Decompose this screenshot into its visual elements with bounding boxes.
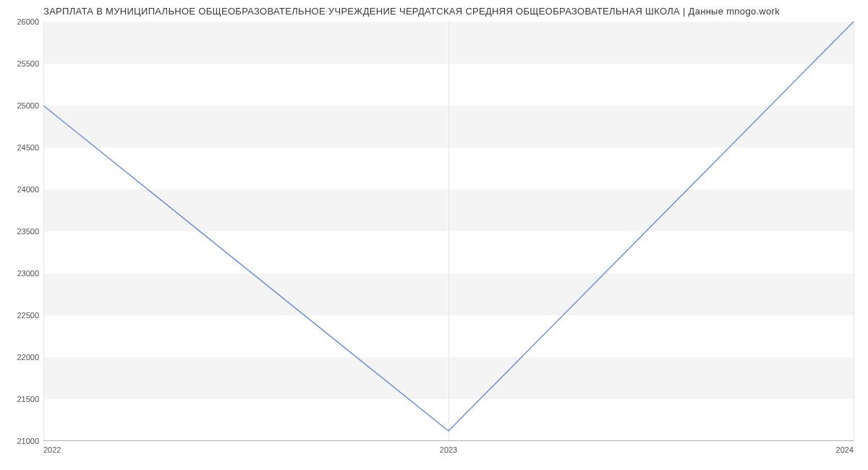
x-tick-label: 2024 <box>836 445 854 454</box>
y-tick-label: 24500 <box>0 143 39 152</box>
y-tick-label: 25000 <box>0 101 39 110</box>
line-series-svg <box>43 22 854 441</box>
y-tick-label: 22000 <box>0 353 39 362</box>
x-tick-label: 2022 <box>43 445 61 454</box>
y-tick-label: 25500 <box>0 59 39 68</box>
chart-title: ЗАРПЛАТА В МУНИЦИПАЛЬНОЕ ОБЩЕОБРАЗОВАТЕЛ… <box>43 6 839 17</box>
y-tick-label: 26000 <box>0 17 39 26</box>
plot-area: 2100021500220002250023000235002400024500… <box>43 22 854 441</box>
x-tick-label: 2023 <box>440 445 457 454</box>
y-tick-label: 24000 <box>0 185 39 194</box>
y-tick-label: 22500 <box>0 311 39 320</box>
grid-line-vertical <box>854 22 854 441</box>
x-axis-line <box>43 440 854 441</box>
y-tick-label: 23500 <box>0 227 39 236</box>
salary-line <box>43 22 854 431</box>
y-tick-label: 23000 <box>0 269 39 278</box>
y-tick-label: 21000 <box>0 437 39 445</box>
y-tick-label: 21500 <box>0 395 39 403</box>
